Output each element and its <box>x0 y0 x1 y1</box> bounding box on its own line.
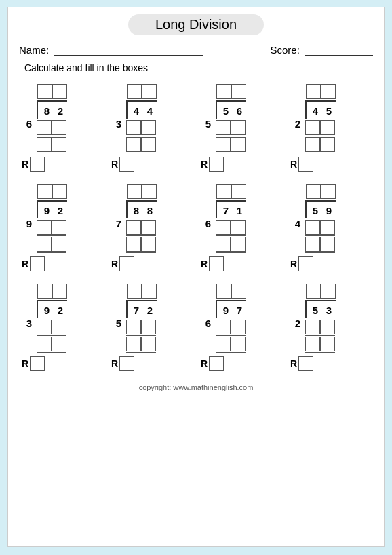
quotient-box-2[interactable] <box>231 84 246 99</box>
work-box-2[interactable] <box>320 220 335 235</box>
digit-2: 9 <box>322 202 336 218</box>
remainder-box[interactable] <box>119 256 134 271</box>
quotient-box-1[interactable] <box>37 84 52 99</box>
work-box-2[interactable] <box>52 120 66 135</box>
remainder-box[interactable] <box>298 356 313 371</box>
quotient-box-1[interactable] <box>127 184 142 199</box>
work-box-4[interactable] <box>141 237 156 252</box>
remainder-row: R <box>111 256 134 271</box>
work-box-1[interactable] <box>216 220 231 235</box>
work-box-2[interactable] <box>52 320 66 334</box>
quotient-box-1[interactable] <box>37 184 52 199</box>
work-box-1[interactable] <box>305 320 320 334</box>
remainder-box[interactable] <box>119 157 134 172</box>
name-input-line[interactable] <box>54 43 203 56</box>
work-box-4[interactable] <box>231 337 246 351</box>
quotient-box-1[interactable] <box>306 284 321 299</box>
work-box-1[interactable] <box>305 120 320 135</box>
remainder-box[interactable] <box>30 256 45 271</box>
work-box-2[interactable] <box>320 120 335 135</box>
work-box-1[interactable] <box>126 120 141 135</box>
quotient-box-1[interactable] <box>306 84 321 99</box>
quotient-box-2[interactable] <box>321 84 336 99</box>
quotient-box-1[interactable] <box>306 184 321 199</box>
work-box-2[interactable] <box>52 220 66 235</box>
problems-grid: 6 8 2 <box>22 84 373 371</box>
work-box-4[interactable] <box>52 137 66 152</box>
quotient-box-1[interactable] <box>127 84 142 99</box>
work-box-3[interactable] <box>126 237 141 252</box>
work-box-3[interactable] <box>216 137 231 152</box>
work-box-3[interactable] <box>305 137 320 152</box>
work-box-2[interactable] <box>320 320 335 334</box>
work-box-3[interactable] <box>37 237 52 252</box>
work-box-1[interactable] <box>126 220 141 235</box>
work-box-4[interactable] <box>320 237 335 252</box>
quotient-box-1[interactable] <box>216 284 231 299</box>
quotient-box-1[interactable] <box>216 184 231 199</box>
quotient-box-2[interactable] <box>52 84 67 99</box>
remainder-box[interactable] <box>209 256 224 271</box>
work-box-4[interactable] <box>52 337 66 351</box>
work-box-1[interactable] <box>216 320 231 334</box>
work-box-1[interactable] <box>37 220 52 235</box>
quotient-box-2[interactable] <box>52 284 67 299</box>
page-title: Long Division <box>128 14 264 35</box>
remainder-box[interactable] <box>298 256 313 271</box>
work-box-1[interactable] <box>126 320 141 334</box>
divisor: 5 <box>111 313 126 332</box>
work-box-1[interactable] <box>305 220 320 235</box>
work-box-1[interactable] <box>37 320 52 334</box>
work-box-3[interactable] <box>126 337 141 351</box>
remainder-box[interactable] <box>30 356 45 371</box>
remainder-box[interactable] <box>209 356 224 371</box>
name-label: Name: <box>19 44 49 56</box>
work-box-4[interactable] <box>52 237 66 252</box>
work-box-3[interactable] <box>37 137 52 152</box>
work-box-1[interactable] <box>37 120 52 135</box>
work-row-2 <box>305 137 336 152</box>
work-box-3[interactable] <box>126 137 141 152</box>
work-box-2[interactable] <box>231 120 246 135</box>
quotient-box-1[interactable] <box>127 284 142 299</box>
work-box-2[interactable] <box>141 220 156 235</box>
work-box-2[interactable] <box>231 320 246 334</box>
remainder-box[interactable] <box>298 157 313 172</box>
work-box-3[interactable] <box>305 237 320 252</box>
work-box-2[interactable] <box>141 120 156 135</box>
remainder-box[interactable] <box>209 157 224 172</box>
quotient-box-2[interactable] <box>142 184 157 199</box>
work-box-2[interactable] <box>231 220 246 235</box>
quotient-box-2[interactable] <box>52 184 67 199</box>
work-box-4[interactable] <box>231 137 246 152</box>
quotient-box-2[interactable] <box>142 284 157 299</box>
quotient-box-2[interactable] <box>142 84 157 99</box>
problem-9: 3 9 2 <box>22 284 104 371</box>
work-box-1[interactable] <box>216 120 231 135</box>
remainder-box[interactable] <box>119 356 134 371</box>
dividend-row: 4 4 <box>126 100 157 119</box>
quotient-box-1[interactable] <box>216 84 231 99</box>
work-box-2[interactable] <box>141 320 156 334</box>
work-box-3[interactable] <box>216 237 231 252</box>
work-box-4[interactable] <box>141 337 156 351</box>
work-box-4[interactable] <box>320 137 335 152</box>
score-input-line[interactable] <box>305 43 373 56</box>
work-box-4[interactable] <box>320 337 335 351</box>
work-box-3[interactable] <box>216 337 231 351</box>
work-box-4[interactable] <box>231 237 246 252</box>
dividend-row: 8 2 <box>37 100 67 119</box>
work-box-4[interactable] <box>141 137 156 152</box>
work-box-3[interactable] <box>305 337 320 351</box>
work-box-3[interactable] <box>37 337 52 351</box>
score-field: Score: <box>270 43 373 56</box>
quotient-box-2[interactable] <box>231 184 246 199</box>
quotient-box-2[interactable] <box>321 184 336 199</box>
digit-1: 4 <box>309 102 322 119</box>
remainder-box[interactable] <box>30 157 45 172</box>
quotient-box-2[interactable] <box>321 284 336 299</box>
quotient-box-2[interactable] <box>231 284 246 299</box>
divisor: 6 <box>201 313 216 332</box>
quotient-box-1[interactable] <box>37 284 52 299</box>
work-area <box>305 220 336 254</box>
